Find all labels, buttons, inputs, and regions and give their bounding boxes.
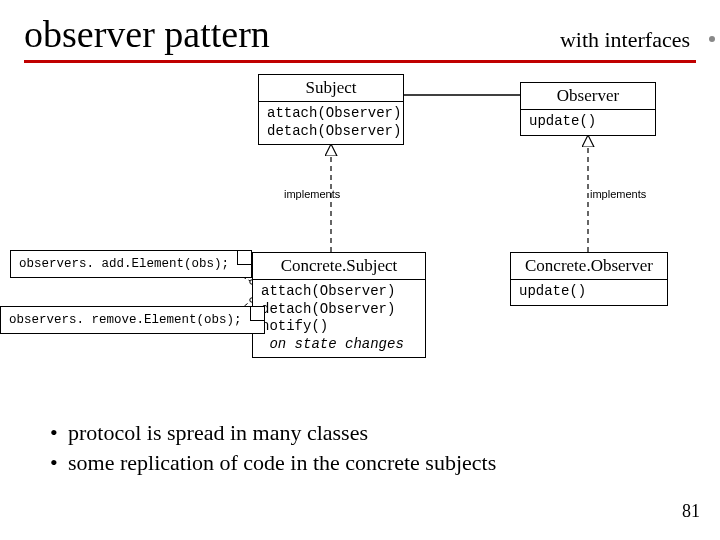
class-observer-name: Observer [521, 83, 655, 110]
class-subject-name: Subject [259, 75, 403, 102]
title-row: observer pattern with interfaces [24, 12, 696, 56]
class-concrete-subject-name: Concrete.Subject [253, 253, 425, 280]
cs-op4: on state changes [269, 336, 403, 352]
page-title: observer pattern [24, 12, 270, 56]
label-implements-left: implements [284, 188, 340, 200]
cs-op2: detach(Observer) [261, 301, 395, 317]
cs-op3: notify() [261, 318, 328, 334]
title-rule [24, 60, 696, 63]
bullet-list: •protocol is spread in many classes •som… [50, 418, 496, 477]
note-add-text: observers. add.Element(obs); [19, 257, 229, 271]
note-fold-icon [237, 251, 251, 265]
note-remove-text: observers. remove.Element(obs); [9, 313, 242, 327]
class-subject-body: attach(Observer) detach(Observer) [259, 102, 403, 144]
class-subject: Subject attach(Observer) detach(Observer… [258, 74, 404, 145]
cs-op1: attach(Observer) [261, 283, 395, 299]
page-subtitle: with interfaces [560, 27, 690, 53]
class-concrete-subject: Concrete.Subject attach(Observer) detach… [252, 252, 426, 358]
subject-op2: detach(Observer) [267, 123, 401, 139]
bullet-2-text: some replication of code in the concrete… [68, 448, 496, 478]
class-observer: Observer update() [520, 82, 656, 136]
label-implements-right: implements [590, 188, 646, 200]
bullet-2: •some replication of code in the concret… [50, 448, 496, 478]
class-observer-body: update() [521, 110, 655, 135]
uml-diagram: Subject attach(Observer) detach(Observer… [0, 72, 720, 402]
bullet-dot-icon: • [50, 448, 68, 478]
note-add-element: observers. add.Element(obs); [10, 250, 252, 278]
page-number: 81 [682, 501, 700, 522]
class-concrete-observer: Concrete.Observer update() [510, 252, 668, 306]
slide: observer pattern with interfaces [0, 0, 720, 540]
bullet-1-text: protocol is spread in many classes [68, 418, 368, 448]
note-fold-icon [250, 307, 264, 321]
subject-op1: attach(Observer) [267, 105, 401, 121]
bullet-1: •protocol is spread in many classes [50, 418, 496, 448]
class-concrete-observer-name: Concrete.Observer [511, 253, 667, 280]
observer-op1: update() [529, 113, 596, 129]
class-concrete-subject-body: attach(Observer) detach(Observer) notify… [253, 280, 425, 357]
side-marker [709, 36, 715, 42]
bullet-dot-icon: • [50, 418, 68, 448]
note-remove-element: observers. remove.Element(obs); [0, 306, 265, 334]
class-concrete-observer-body: update() [511, 280, 667, 305]
co-op1: update() [519, 283, 586, 299]
